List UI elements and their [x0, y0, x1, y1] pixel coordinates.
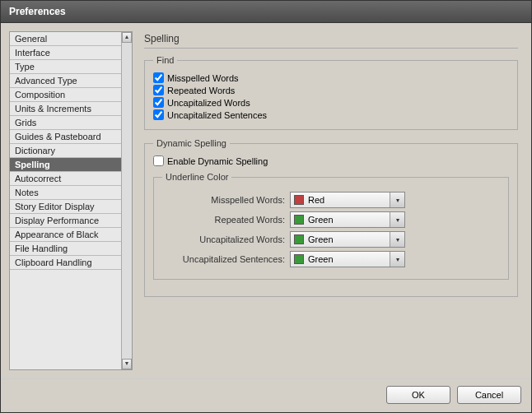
sidebar-item-appearance-of-black[interactable]: Appearance of Black [10, 228, 121, 242]
enable-dynamic-label: Enable Dynamic Spelling [167, 156, 268, 166]
color-label-uncap-sent: Uncapitalized Sentences: [162, 254, 290, 264]
sidebar-item-autocorrect[interactable]: Autocorrect [10, 172, 121, 186]
dynamic-legend: Dynamic Spelling [153, 138, 230, 148]
sidebar-item-units-increments[interactable]: Units & Increments [10, 102, 121, 116]
color-select-repeated[interactable]: Green ▾ [290, 211, 405, 228]
chevron-down-icon: ▾ [390, 193, 404, 207]
ok-button[interactable]: OK [386, 386, 450, 404]
window-title: Preferences [9, 6, 66, 17]
sidebar-item-guides-pasteboard[interactable]: Guides & Pasteboard [10, 130, 121, 144]
chevron-down-icon: ▾ [390, 252, 404, 267]
underline-color-legend: Underline Color [162, 172, 231, 182]
sidebar-container: GeneralInterfaceTypeAdvanced TypeComposi… [9, 31, 133, 370]
chevron-down-icon: ▾ [390, 212, 404, 227]
titlebar: Preferences [1, 1, 531, 23]
find-group: Find Misspelled Words Repeated Words Unc… [144, 55, 518, 130]
sidebar-scrollbar[interactable]: ▲ ▼ [121, 32, 132, 369]
scroll-up-icon[interactable]: ▲ [122, 32, 132, 43]
sidebar-item-story-editor-display[interactable]: Story Editor Display [10, 200, 121, 214]
sidebar-item-dictionary[interactable]: Dictionary [10, 144, 121, 158]
repeated-words-checkbox[interactable]: Repeated Words [153, 84, 509, 96]
category-list[interactable]: GeneralInterfaceTypeAdvanced TypeComposi… [10, 32, 121, 369]
sidebar-item-spelling[interactable]: Spelling [10, 158, 121, 172]
uncap-words-input[interactable] [153, 97, 164, 108]
preferences-dialog: Preferences GeneralInterfaceTypeAdvanced… [0, 0, 532, 413]
sidebar-item-interface[interactable]: Interface [10, 46, 121, 60]
repeated-words-label: Repeated Words [167, 86, 235, 95]
color-value-uncap-words: Green [308, 234, 334, 244]
swatch-repeated [294, 215, 304, 225]
color-value-misspelled: Red [308, 195, 324, 205]
swatch-uncap-sent [294, 254, 304, 264]
repeated-words-input[interactable] [153, 85, 164, 95]
sidebar-item-general[interactable]: General [10, 32, 121, 46]
sidebar-item-advanced-type[interactable]: Advanced Type [10, 74, 121, 88]
misspelled-words-input[interactable] [153, 72, 164, 83]
scroll-down-icon[interactable]: ▼ [122, 359, 132, 369]
sidebar-item-grids[interactable]: Grids [10, 116, 121, 130]
uncap-sentences-checkbox[interactable]: Uncapitalized Sentences [153, 109, 509, 121]
sidebar-item-display-performance[interactable]: Display Performance [10, 214, 121, 228]
misspelled-words-label: Misspelled Words [167, 73, 239, 83]
dialog-body: GeneralInterfaceTypeAdvanced TypeComposi… [1, 23, 531, 378]
dynamic-spelling-group: Dynamic Spelling Enable Dynamic Spelling… [144, 138, 518, 297]
underline-color-group: Underline Color Misspelled Words: Red ▾ … [153, 172, 509, 280]
color-row-misspelled: Misspelled Words: Red ▾ [162, 192, 500, 208]
sidebar-item-file-handling[interactable]: File Handling [10, 242, 121, 256]
sidebar-item-notes[interactable]: Notes [10, 186, 121, 200]
chevron-down-icon: ▾ [390, 232, 404, 247]
uncap-sentences-label: Uncapitalized Sentences [167, 110, 267, 120]
sidebar-item-type[interactable]: Type [10, 60, 121, 74]
dialog-buttons: OK Cancel [1, 378, 531, 412]
swatch-uncap-words [294, 234, 304, 244]
sidebar-item-composition[interactable]: Composition [10, 88, 121, 102]
color-value-uncap-sent: Green [308, 254, 334, 264]
page-title: Spelling [144, 33, 518, 44]
color-label-repeated: Repeated Words: [162, 215, 290, 225]
color-row-repeated: Repeated Words: Green ▾ [162, 211, 500, 228]
color-select-misspelled[interactable]: Red ▾ [290, 192, 405, 208]
color-label-misspelled: Misspelled Words: [162, 195, 290, 205]
color-row-uncap-sent: Uncapitalized Sentences: Green ▾ [162, 251, 500, 267]
sidebar-item-clipboard-handling[interactable]: Clipboard Handling [10, 256, 121, 270]
uncap-sentences-input[interactable] [153, 109, 164, 120]
misspelled-words-checkbox[interactable]: Misspelled Words [153, 72, 509, 84]
color-select-uncap-sent[interactable]: Green ▾ [290, 251, 405, 267]
enable-dynamic-checkbox[interactable]: Enable Dynamic Spelling [153, 155, 509, 167]
color-row-uncap-words: Uncapitalized Words: Green ▾ [162, 231, 500, 248]
color-value-repeated: Green [308, 215, 334, 225]
color-select-uncap-words[interactable]: Green ▾ [290, 231, 405, 248]
color-label-uncap-words: Uncapitalized Words: [162, 234, 290, 244]
cancel-button[interactable]: Cancel [457, 386, 521, 404]
uncap-words-label: Uncapitalized Words [167, 98, 250, 108]
find-legend: Find [153, 55, 177, 65]
swatch-misspelled [294, 195, 304, 205]
content-panel: Spelling Find Misspelled Words Repeated … [142, 31, 523, 370]
title-divider [144, 48, 518, 49]
enable-dynamic-input[interactable] [153, 155, 164, 166]
uncap-words-checkbox[interactable]: Uncapitalized Words [153, 96, 509, 109]
